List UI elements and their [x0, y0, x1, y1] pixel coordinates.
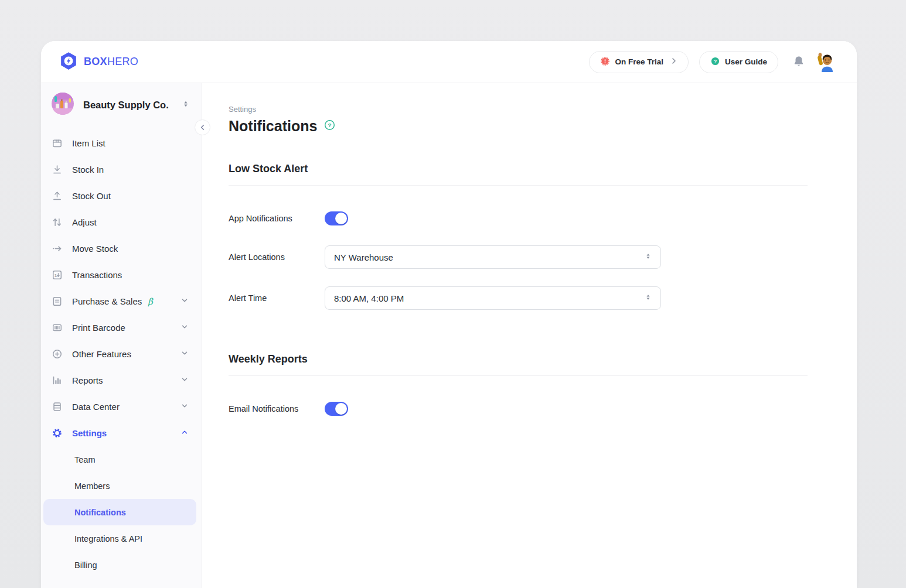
chevron-up-icon — [180, 428, 189, 439]
email-notifications-toggle[interactable] — [325, 402, 348, 416]
chevron-down-icon — [180, 375, 189, 386]
top-header: BOXHERO On Free Trial — [41, 41, 857, 83]
email-notifications-label: Email Notifications — [229, 404, 325, 413]
trial-label: On Free Trial — [615, 57, 663, 66]
user-avatar[interactable] — [816, 52, 836, 72]
gear-icon — [52, 428, 63, 439]
sidebar-item-stock-in[interactable]: Stock In — [41, 156, 202, 183]
chevron-right-icon — [670, 57, 677, 66]
sidebar-item-other-features[interactable]: Other Features — [41, 341, 202, 367]
box-icon — [52, 138, 63, 149]
alert-locations-label: Alert Locations — [229, 252, 325, 262]
sidebar-item-stock-out[interactable]: Stock Out — [41, 183, 202, 209]
low-stock-alert-heading: Low Stock Alert — [229, 163, 808, 175]
alert-time-label: Alert Time — [229, 293, 325, 303]
sidebar: Beauty Supply Co. Item List — [41, 83, 202, 588]
weekly-reports-heading: Weekly Reports — [229, 353, 808, 365]
sidebar-item-adjust[interactable]: Adjust — [41, 209, 202, 235]
guide-label: User Guide — [725, 57, 767, 66]
sidebar-item-transactions[interactable]: 1 Transactions — [41, 262, 202, 288]
boxhero-wordmark: BOXHERO — [84, 56, 138, 68]
main-content: Settings Notifications ? Low Stock Alert… — [202, 83, 857, 588]
on-free-trial-button[interactable]: On Free Trial — [589, 51, 689, 73]
section-divider — [229, 375, 808, 376]
chevron-down-icon — [180, 323, 189, 333]
chevron-down-icon — [180, 296, 189, 307]
svg-text:?: ? — [328, 122, 332, 128]
database-icon — [52, 401, 63, 412]
sidebar-item-print-barcode[interactable]: Print Barcode — [41, 314, 202, 341]
alert-locations-select[interactable]: NY Warehouse — [325, 245, 661, 269]
help-icon[interactable]: ? — [324, 119, 335, 133]
sidebar-subitem-notifications[interactable]: Notifications — [43, 499, 196, 525]
sidebar-collapse-button[interactable] — [195, 119, 210, 135]
workspace-name: Beauty Supply Co. — [83, 100, 172, 111]
sidebar-item-item-list[interactable]: Item List — [41, 130, 202, 156]
transactions-icon: 1 — [52, 269, 63, 281]
bar-chart-icon — [52, 375, 63, 386]
sidebar-subitem-integrations-api[interactable]: Integrations & API — [43, 525, 196, 552]
alert-locations-value: NY Warehouse — [334, 252, 644, 262]
boxhero-hexagon-icon — [59, 51, 79, 73]
workspace-switcher[interactable]: Beauty Supply Co. — [52, 93, 190, 117]
svg-text:?: ? — [714, 58, 717, 64]
app-window: BOXHERO On Free Trial — [41, 41, 857, 588]
sidebar-item-data-center[interactable]: Data Center — [41, 394, 202, 420]
sidebar-subitem-team[interactable]: Team — [43, 446, 196, 473]
trial-badge-icon — [600, 56, 610, 68]
chevron-down-icon — [180, 349, 189, 360]
boxhero-logo[interactable]: BOXHERO — [59, 51, 138, 73]
workspace-sorter-icon — [182, 100, 190, 111]
question-badge-icon: ? — [710, 56, 720, 68]
sidebar-item-settings[interactable]: Settings — [41, 420, 202, 446]
page-title: Notifications — [229, 118, 317, 135]
app-notifications-toggle[interactable] — [325, 211, 348, 225]
sidebar-item-purchase-sales[interactable]: Purchase & Salesβ — [41, 288, 202, 314]
beta-badge: β — [148, 296, 153, 307]
sidebar-subitem-billing[interactable]: Billing — [43, 552, 196, 578]
breadcrumb: Settings — [229, 105, 808, 114]
sidebar-subitem-members[interactable]: Members — [43, 473, 196, 499]
sidebar-item-reports[interactable]: Reports — [41, 367, 202, 394]
document-icon — [52, 296, 63, 307]
user-guide-button[interactable]: ? User Guide — [699, 51, 778, 73]
up-down-arrows-icon — [52, 217, 63, 228]
alert-time-value: 8:00 AM, 4:00 PM — [334, 293, 644, 303]
svg-text:1: 1 — [55, 273, 57, 278]
stock-in-icon — [52, 164, 63, 175]
sidebar-item-move-stock[interactable]: Move Stock — [41, 235, 202, 262]
notifications-bell-icon[interactable] — [792, 55, 805, 69]
app-notifications-label: App Notifications — [229, 214, 325, 223]
alert-time-select[interactable]: 8:00 AM, 4:00 PM — [325, 286, 661, 310]
barcode-icon — [52, 322, 63, 333]
chevron-down-icon — [180, 402, 189, 412]
section-divider — [229, 185, 808, 186]
plus-circle-icon — [52, 348, 63, 360]
move-arrow-icon — [52, 243, 63, 254]
workspace-avatar — [52, 93, 74, 117]
stock-out-icon — [52, 190, 63, 201]
select-sorter-icon — [644, 252, 652, 263]
select-sorter-icon — [644, 293, 652, 304]
